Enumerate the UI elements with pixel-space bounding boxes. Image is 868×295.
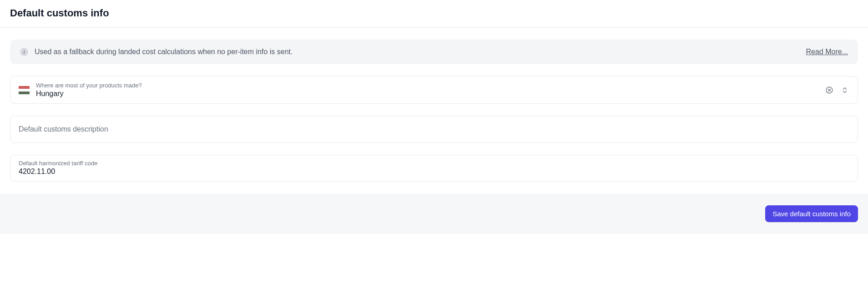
country-select[interactable]: Where are most of your products made? Hu… (10, 76, 858, 104)
country-field-body: Where are most of your products made? Hu… (36, 82, 825, 98)
svg-rect-2 (19, 92, 30, 94)
country-field-actions (825, 86, 849, 95)
country-label: Where are most of your products made? (36, 82, 825, 89)
tariff-value: 4202.11.00 (19, 168, 849, 176)
customs-description-placeholder: Default customs description (19, 125, 849, 133)
tariff-code-input[interactable]: Default harmonized tariff code 4202.11.0… (10, 155, 858, 182)
country-value: Hungary (36, 90, 825, 98)
read-more-link[interactable]: Read More... (806, 48, 848, 56)
customs-description-input[interactable]: Default customs description (10, 116, 858, 143)
save-button[interactable]: Save default customs info (765, 205, 858, 222)
form-content: i Used as a fallback during landed cost … (0, 28, 868, 193)
info-banner-left: i Used as a fallback during landed cost … (20, 48, 293, 56)
info-icon: i (20, 48, 28, 56)
svg-rect-1 (19, 89, 30, 92)
svg-rect-0 (19, 86, 30, 89)
form-footer: Save default customs info (0, 193, 868, 234)
info-banner: i Used as a fallback during landed cost … (10, 40, 858, 64)
chevron-up-down-icon[interactable] (840, 86, 849, 95)
tariff-label: Default harmonized tariff code (19, 160, 849, 167)
page-header: Default customs info (0, 0, 868, 28)
info-banner-text: Used as a fallback during landed cost ca… (35, 48, 293, 56)
page-title: Default customs info (10, 7, 858, 19)
clear-icon[interactable] (825, 86, 834, 95)
hungary-flag-icon (19, 86, 30, 94)
